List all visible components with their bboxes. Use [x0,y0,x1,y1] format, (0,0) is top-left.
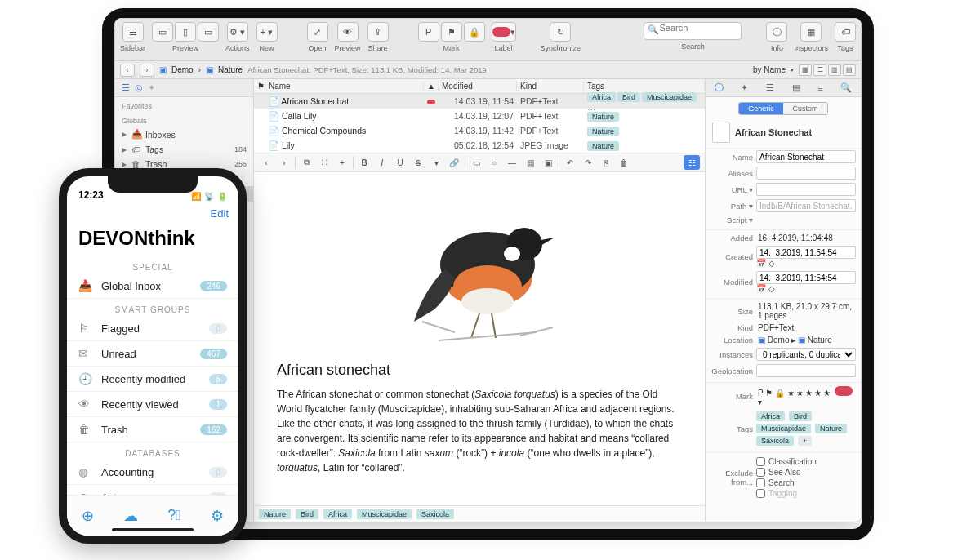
inspector-aliases-input[interactable] [756,167,856,180]
grid-header-tags[interactable]: Tags [584,82,705,91]
editor-underline-icon[interactable]: U [393,155,408,170]
tags-button[interactable]: 🏷 [835,22,856,42]
editor-crop-icon[interactable]: ⸬ [317,155,332,170]
inspector-path-input[interactable] [756,199,856,212]
editor-italic-icon[interactable]: I [375,155,390,170]
list-item[interactable]: ✉Unread467 [67,341,238,367]
exclude-tagging-checkbox[interactable] [756,489,765,498]
editor-stamp-icon[interactable]: ▣ [541,155,555,170]
editor-nav-forward[interactable]: › [277,155,292,170]
inspector-name-input[interactable] [756,150,856,163]
editor-color-icon[interactable]: ▾ [429,155,443,170]
editor-copy-icon[interactable]: ⎘ [599,155,613,170]
nav-forward-button[interactable]: › [140,64,154,77]
preview-btn-3[interactable]: ▭ [198,22,219,42]
inspector-tab-info-icon[interactable]: ⓘ [715,82,724,94]
mark-p-button[interactable]: P [418,22,439,42]
nav-back-button[interactable]: ‹ [120,64,135,77]
inspector-tag[interactable]: Bird [789,411,812,421]
open-button[interactable]: ⤢ [307,22,328,42]
editor-add-icon[interactable]: + [335,155,350,170]
list-item[interactable]: 🗑Trash162 [67,417,238,442]
mark-lock-button[interactable]: 🔒 [464,22,485,42]
editor-note-icon[interactable]: ▤ [523,155,537,170]
exclude-classification-checkbox[interactable] [756,457,765,466]
tab-settings-icon[interactable]: ⚙ [211,507,224,525]
table-row[interactable]: 📄 African Stonechat14.03.19, 11:54PDF+Te… [254,94,705,109]
sort-by-name[interactable]: by Name [753,65,786,74]
list-item[interactable]: 👁Recently viewed1 [67,392,238,417]
editor-link-icon[interactable]: 🔗 [447,155,461,170]
inspector-mark-value[interactable]: P ⚑ 🔒 ★★★★★ ▾ [756,386,856,407]
tab-add-icon[interactable]: ⊕ [82,507,94,525]
new-button[interactable]: + ▾ [256,22,278,42]
inspector-created-input[interactable] [756,246,856,259]
table-row[interactable]: 📄 Calla Lily14.03.19, 12:07PDF+TextNatur… [254,109,705,123]
inspector-tab-search-icon[interactable]: 🔍 [840,82,852,93]
inspector-tags[interactable]: AfricaBirdMuscicapidaeNatureSaxicola+ [756,410,856,447]
inspector-tag[interactable]: Muscicapidae [756,424,811,433]
preview-btn-2[interactable]: ▯ [175,22,196,42]
grid-header-mark[interactable]: ▲ [424,82,439,91]
view-cover-button[interactable]: ▤ [843,64,856,76]
document-preview[interactable]: African stonechat The African stonechat … [254,172,705,505]
rating-stars[interactable]: ★★★★★ [787,389,832,398]
inspector-tag[interactable]: Saxicola [756,436,794,446]
view-columns-button[interactable]: ▥ [828,64,841,76]
inspector-tag[interactable]: Nature [815,424,847,433]
list-item[interactable]: 📥Global Inbox246 [67,273,238,299]
editor-strike-icon[interactable]: S̶ [411,155,425,170]
inspector-segmented[interactable]: Generic Custom [738,102,828,115]
preview2-button[interactable]: 👁 [337,22,359,42]
editor-line-icon[interactable]: — [505,155,519,170]
inspector-url-input[interactable] [756,183,856,196]
sidebar-item-tags[interactable]: ▶🏷Tags184 [115,142,253,157]
exclude-seealso-checkbox[interactable] [756,468,765,477]
list-item[interactable]: 🕘Recently modified5 [67,367,238,392]
doc-tag[interactable]: Bird [296,509,318,519]
seg-generic[interactable]: Generic [739,103,783,114]
inspector-geo-input[interactable] [756,364,856,377]
list-item[interactable]: 🏳Flagged0 [67,316,238,341]
list-item[interactable]: ◍Accounting0 [67,460,238,485]
view-list-button[interactable]: ☰ [813,64,826,76]
exclude-search-checkbox[interactable] [756,478,765,487]
sidebar-item-inboxes[interactable]: ▶📥Inboxes [115,127,253,142]
editor-bold-icon[interactable]: B [357,155,372,170]
sidebar-view-list-icon[interactable]: ☰ [122,82,130,93]
share-button[interactable]: ⇪ [368,22,389,42]
table-row[interactable]: 📄 Lily05.02.18, 12:54JPEG imageNature [254,138,705,153]
sidebar-view-extra-icon[interactable]: ✦ [148,82,155,93]
inspector-tag[interactable]: Africa [756,411,785,421]
inspector-tag[interactable]: + [798,436,812,446]
editor-rect-icon[interactable]: ▭ [469,155,483,170]
breadcrumb-leaf[interactable]: Nature [218,65,243,74]
tab-cloud-icon[interactable]: ☁︎ [123,507,138,525]
inspector-tab-list-icon[interactable]: ☰ [766,82,774,93]
tab-help-icon[interactable]: ?⃝ [167,507,181,524]
actions-button[interactable]: ⚙ ▾ [227,22,248,42]
inspector-tab-text-icon[interactable]: ≡ [817,83,822,93]
synchronize-button[interactable]: ↻ [550,22,571,42]
doc-tag[interactable]: Africa [323,509,352,519]
grid-header-name[interactable]: Name [265,82,424,91]
edit-button[interactable]: Edit [211,207,229,220]
sidebar-toggle-button[interactable]: ☰ [122,22,144,42]
editor-circle-icon[interactable]: ○ [487,155,501,170]
preview-btn-1[interactable]: ▭ [152,22,173,42]
grid-header-flag[interactable]: ⚑ [254,82,265,91]
doc-tag[interactable]: Muscicapidae [357,509,412,519]
view-icons-button[interactable]: ▦ [799,64,812,76]
doc-tag[interactable]: Saxicola [416,509,454,519]
search-input[interactable] [648,23,726,33]
search-field[interactable] [644,22,742,40]
label-button[interactable]: ▾ [492,22,516,42]
inspector-instances-select[interactable]: 0 replicants, 0 duplicates [756,348,856,361]
table-row[interactable]: 📄 Chemical Compounds14.03.19, 11:42PDF+T… [254,123,705,138]
editor-sidebar-toggle[interactable]: ☷ [684,155,700,170]
mark-flag-button[interactable]: ⚑ [441,22,462,42]
editor-select-icon[interactable]: ⧉ [299,155,314,170]
grid-header-kind[interactable]: Kind [517,82,584,91]
editor-nav-back[interactable]: ‹ [259,155,274,170]
inspector-modified-input[interactable] [756,271,856,284]
